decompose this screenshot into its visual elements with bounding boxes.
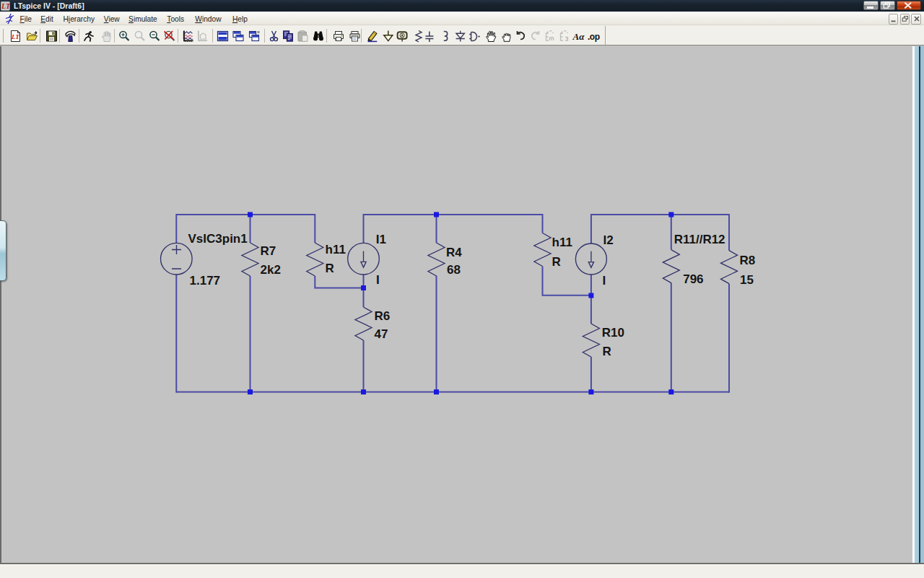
svg-text:R11//R12: R11//R12 (674, 233, 725, 246)
svg-text:R6: R6 (375, 309, 391, 323)
svg-text:I: I (376, 273, 380, 287)
svg-text:I: I (603, 274, 606, 288)
svg-text:R4: R4 (446, 246, 462, 259)
svg-text:Aα: Aα (572, 31, 585, 42)
svg-text:I1: I1 (376, 233, 386, 246)
svg-text:h11: h11 (552, 236, 572, 249)
svg-text:LT: LT (1, 2, 10, 10)
svg-text:I2: I2 (603, 233, 614, 247)
svg-text:R10: R10 (602, 326, 624, 340)
svg-text:796: 796 (683, 272, 703, 286)
svg-text:2k2: 2k2 (261, 263, 281, 277)
svg-text:LT: LT (11, 33, 19, 40)
svg-text:R7: R7 (261, 244, 276, 258)
svg-text:R8: R8 (739, 254, 755, 267)
svg-text:1.177: 1.177 (190, 274, 221, 288)
svg-text:.op: .op (588, 32, 600, 42)
svg-text:47: 47 (375, 327, 388, 341)
svg-text:R: R (602, 345, 611, 358)
svg-text:68: 68 (447, 263, 461, 277)
svg-text:VsIC3pin1: VsIC3pin1 (188, 232, 248, 246)
svg-text:15: 15 (740, 273, 754, 287)
svg-text:h11: h11 (326, 243, 346, 256)
svg-text:R: R (552, 255, 561, 269)
svg-text:R: R (326, 262, 334, 275)
